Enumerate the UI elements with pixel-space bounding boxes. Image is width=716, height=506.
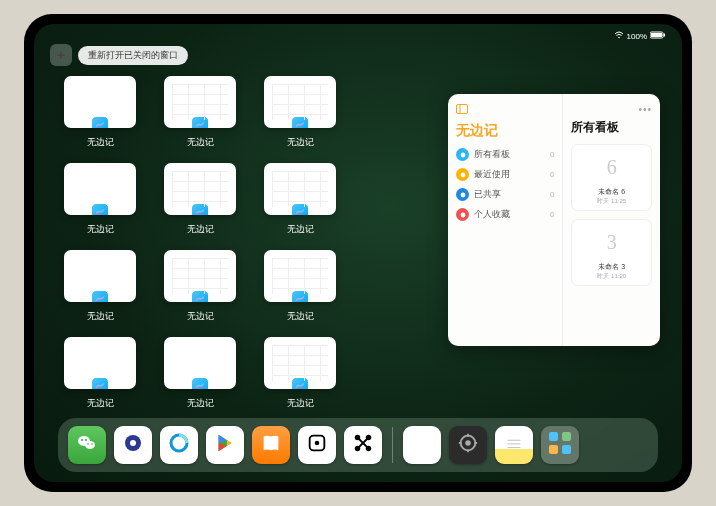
dock-app-dice[interactable] — [298, 426, 336, 464]
window-preview — [64, 76, 136, 128]
panel-content: ••• 所有看板 6未命名 6昨天 11:253未命名 3昨天 11:20 — [563, 94, 660, 346]
svg-point-13 — [85, 439, 87, 441]
board-preview: 3 — [588, 224, 636, 260]
freeform-app-icon — [291, 116, 309, 128]
svg-rect-40 — [549, 432, 558, 441]
category-count: 0 — [550, 150, 554, 159]
window-preview — [164, 337, 236, 389]
freeform-app-icon — [291, 203, 309, 215]
window-label: 无边记 — [187, 223, 214, 236]
settings-icon — [457, 432, 479, 458]
books-icon — [260, 432, 282, 458]
window-label: 无边记 — [187, 310, 214, 323]
window-thumb[interactable]: 无边记 — [64, 250, 136, 323]
reopen-label: 重新打开已关闭的窗口 — [88, 50, 178, 60]
svg-rect-2 — [651, 33, 662, 37]
category-label: 个人收藏 — [474, 208, 510, 221]
window-thumb[interactable]: 无边记 — [64, 337, 136, 410]
category-count: 0 — [550, 170, 554, 179]
ipad-device: 100% + 重新打开已关闭的窗口 无边记无边记无边记无边记无边记无边记无边记无… — [24, 14, 692, 492]
plus-icon: + — [57, 47, 65, 63]
svg-point-8 — [460, 192, 465, 197]
quark-icon — [121, 431, 145, 459]
panel-right-title: 所有看板 — [571, 119, 652, 136]
dock-app-settings[interactable] — [449, 426, 487, 464]
window-label: 无边记 — [287, 310, 314, 323]
nodes-icon — [352, 432, 374, 458]
category-item[interactable]: 个人收藏0 — [456, 208, 554, 221]
dock-app-books[interactable] — [252, 426, 290, 464]
svg-point-14 — [87, 443, 89, 445]
svg-rect-41 — [562, 432, 571, 441]
window-thumb[interactable]: 无边记 — [164, 76, 236, 149]
top-controls: + 重新打开已关闭的窗口 — [50, 44, 188, 66]
board-meta: 未命名 6昨天 11:25 — [597, 187, 626, 206]
freeform-panel[interactable]: 无边记 所有看板0最近使用0已共享0个人收藏0 ••• 所有看板 6未命名 6昨… — [448, 94, 660, 346]
freeform-app-icon — [91, 377, 109, 389]
window-thumb[interactable]: 无边记 — [64, 76, 136, 149]
window-thumb[interactable]: 无边记 — [264, 337, 336, 410]
window-preview — [164, 76, 236, 128]
window-label: 无边记 — [187, 397, 214, 410]
dock-app-play[interactable] — [206, 426, 244, 464]
category-item[interactable]: 最近使用0 — [456, 168, 554, 181]
category-icon — [456, 208, 469, 221]
board-card[interactable]: 6未命名 6昨天 11:25 — [571, 144, 652, 211]
status-icons: 100% — [614, 31, 666, 41]
window-thumb[interactable]: 无边记 — [64, 163, 136, 236]
dock-app-nodes[interactable] — [344, 426, 382, 464]
window-preview — [264, 76, 336, 128]
window-thumb[interactable]: 无边记 — [264, 163, 336, 236]
window-thumb[interactable]: 无边记 — [164, 163, 236, 236]
category-item[interactable]: 所有看板0 — [456, 148, 554, 161]
svg-point-32 — [465, 440, 471, 446]
board-meta: 未命名 3昨天 11:20 — [597, 262, 626, 281]
window-label: 无边记 — [87, 397, 114, 410]
category-icon — [456, 148, 469, 161]
dock-app-qqbrowser[interactable] — [160, 426, 198, 464]
dock-app-freeform[interactable] — [403, 426, 441, 464]
app-library-icon — [546, 429, 574, 461]
svg-point-11 — [85, 441, 95, 449]
app-switcher-grid: 无边记无边记无边记无边记无边记无边记无边记无边记无边记无边记无边记无边记 — [64, 76, 336, 410]
category-list: 所有看板0最近使用0已共享0个人收藏0 — [456, 148, 554, 221]
window-thumb[interactable]: 无边记 — [164, 250, 236, 323]
window-preview — [64, 337, 136, 389]
category-count: 0 — [550, 210, 554, 219]
reopen-closed-window-button[interactable]: 重新打开已关闭的窗口 — [78, 46, 188, 65]
qqbrowser-icon — [167, 431, 191, 459]
svg-rect-3 — [664, 34, 666, 37]
new-window-button[interactable]: + — [50, 44, 72, 66]
ipad-screen: 100% + 重新打开已关闭的窗口 无边记无边记无边记无边记无边记无边记无边记无… — [34, 24, 682, 482]
window-preview — [264, 163, 336, 215]
window-preview — [264, 250, 336, 302]
category-label: 最近使用 — [474, 168, 510, 181]
dock-app-wechat[interactable] — [68, 426, 106, 464]
board-preview: 6 — [588, 149, 636, 185]
sidebar-toggle-icon[interactable] — [456, 104, 468, 116]
window-thumb[interactable]: 无边记 — [264, 76, 336, 149]
battery-icon — [650, 31, 666, 41]
category-icon — [456, 168, 469, 181]
dock-app-quark[interactable] — [114, 426, 152, 464]
freeform-app-icon — [291, 290, 309, 302]
window-thumb[interactable]: 无边记 — [164, 337, 236, 410]
dock-app-notes[interactable] — [495, 426, 533, 464]
window-label: 无边记 — [87, 310, 114, 323]
category-label: 所有看板 — [474, 148, 510, 161]
window-label: 无边记 — [87, 223, 114, 236]
window-thumb[interactable]: 无边记 — [264, 250, 336, 323]
more-icon[interactable]: ••• — [571, 104, 652, 115]
dock-app-app-library[interactable] — [541, 426, 579, 464]
svg-rect-4 — [457, 105, 468, 114]
play-icon — [214, 432, 236, 458]
category-count: 0 — [550, 190, 554, 199]
freeform-app-icon — [91, 290, 109, 302]
category-icon — [456, 188, 469, 201]
svg-point-24 — [315, 441, 320, 446]
category-item[interactable]: 已共享0 — [456, 188, 554, 201]
board-card[interactable]: 3未命名 3昨天 11:20 — [571, 219, 652, 286]
window-preview — [164, 163, 236, 215]
window-label: 无边记 — [287, 136, 314, 149]
freeform-app-icon — [91, 116, 109, 128]
